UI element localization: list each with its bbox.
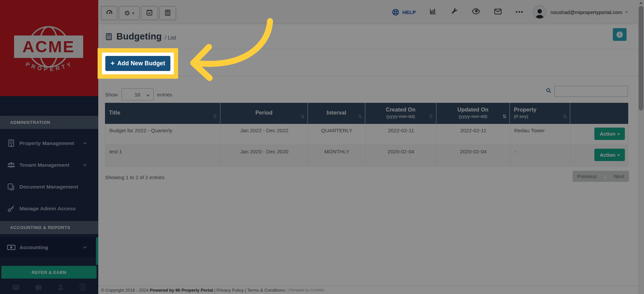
add-new-budget-button[interactable]: + Add New Budget bbox=[105, 56, 170, 71]
tutorial-highlight-box: + Add New Budget bbox=[98, 48, 178, 79]
dim-overlay bbox=[0, 0, 644, 294]
plus-icon: + bbox=[110, 59, 114, 67]
app-window: ACME PROPERTY ADMINISTRATION Property Ma… bbox=[0, 0, 644, 294]
